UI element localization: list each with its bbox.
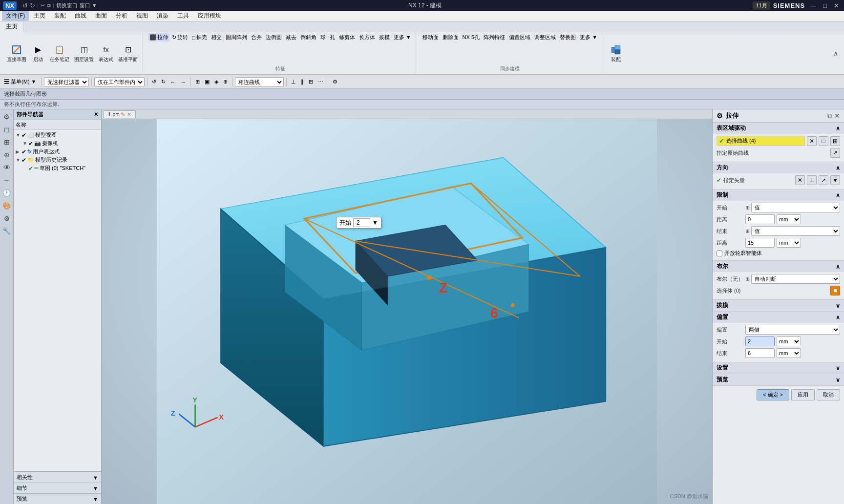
- rp-offset-start-unit-select[interactable]: mm: [777, 336, 801, 346]
- scope-select[interactable]: 仅在工作部件内: [94, 77, 145, 87]
- tree-model-views[interactable]: ▼ ✔ ⬜ 模型视图: [15, 131, 100, 139]
- tree-camera[interactable]: ▼ ✔ 📷 摄像机: [15, 139, 100, 147]
- ribbon-btn-datum[interactable]: ⊡ 基准平面: [116, 43, 140, 64]
- sidebar-icon-connect[interactable]: ⊗: [1, 213, 12, 224]
- sidebar-icon-tool[interactable]: 🔧: [1, 226, 12, 236]
- rp-offset-type-select[interactable]: 两侧: [745, 325, 840, 335]
- ribbon-btn-assembly[interactable]: 装配: [607, 43, 625, 64]
- titlebar-undo[interactable]: ↺: [22, 2, 28, 9]
- tb-extra4[interactable]: ⋯: [316, 78, 325, 86]
- nav-section-related[interactable]: 相关性 ▼: [14, 472, 101, 483]
- sidebar-icon-arrow[interactable]: →: [1, 175, 12, 186]
- ribbon-btn-direct-sketch[interactable]: 直接草图: [5, 43, 28, 64]
- rp-section-direction-header[interactable]: 方向 ∧: [713, 162, 844, 173]
- ribbon-btn-arrayFeature[interactable]: 阵列特征: [482, 33, 506, 42]
- viewport-tab-1prt[interactable]: 1.prt ✎ ✕: [104, 110, 136, 118]
- rp-cancel-button[interactable]: 取消: [817, 389, 840, 400]
- viewport[interactable]: 1.prt ✎ ✕: [102, 109, 712, 504]
- rp-close-icon[interactable]: ✕: [834, 112, 840, 120]
- sidebar-icon-measure[interactable]: ⊕: [1, 149, 12, 160]
- rp-vector-x-btn[interactable]: ✕: [795, 175, 805, 185]
- ribbon-tab-home[interactable]: 主页: [0, 21, 24, 32]
- ribbon-btn-expr[interactable]: fx 表达式: [97, 43, 115, 64]
- ribbon-btn-task[interactable]: 📋 任务笔记: [48, 43, 71, 64]
- ribbon-btn-block[interactable]: 长方体: [358, 33, 377, 42]
- ribbon-btn-unite[interactable]: 合并: [250, 33, 263, 42]
- rp-start-dist-unit-select[interactable]: mm: [777, 214, 801, 224]
- ribbon-btn-shell[interactable]: □ 抽壳: [190, 33, 209, 42]
- titlebar-switch[interactable]: 切换窗口: [56, 2, 78, 9]
- ribbon-btn-subtract[interactable]: 减去: [284, 33, 298, 42]
- titlebar-tool1[interactable]: ✂: [41, 2, 45, 9]
- rp-section-limit-header[interactable]: 限制 ∧: [713, 189, 844, 201]
- rp-section-settings-header[interactable]: 设置 ∨: [713, 362, 844, 374]
- rp-open-profile-input[interactable]: [717, 251, 722, 256]
- rp-vector-perp-btn[interactable]: ⊥: [807, 175, 817, 185]
- rp-section-draft-header[interactable]: 拔模 ∨: [713, 300, 844, 311]
- rp-vector-arrow-btn[interactable]: ↗: [819, 175, 828, 185]
- menu-curve[interactable]: 曲线: [71, 11, 90, 21]
- tb-next-btn[interactable]: →: [179, 78, 188, 86]
- rp-section-preview-header[interactable]: 预览 ∨: [713, 374, 844, 385]
- menu-file[interactable]: 文件(F): [2, 11, 29, 21]
- ribbon-btn-adjustRegion[interactable]: 调整区域: [533, 33, 557, 42]
- tb-back-btn[interactable]: ↺: [150, 78, 158, 86]
- snap-mode-select[interactable]: 相连曲线: [235, 77, 284, 87]
- menu-apps[interactable]: 应用模块: [194, 11, 225, 21]
- ribbon-btn-more-sync[interactable]: 更多 ▼: [578, 33, 599, 42]
- rp-start-dist-input[interactable]: [745, 214, 775, 224]
- ribbon-btn-layer[interactable]: ◫ 图层设置: [72, 43, 96, 64]
- filter-select[interactable]: 无选择过滤器: [44, 77, 89, 87]
- ribbon-btn-draft[interactable]: 拔模: [378, 33, 391, 42]
- menu-surface[interactable]: 曲面: [91, 11, 111, 21]
- tb-prev-btn[interactable]: ←: [169, 78, 178, 86]
- nav-section-detail[interactable]: 细节 ▼: [14, 483, 101, 493]
- nav-section-preview[interactable]: 预览 ▼: [14, 493, 101, 504]
- ribbon-btn-more-feature[interactable]: 更多 ▼: [392, 33, 413, 42]
- ribbon-btn-moveFace[interactable]: 移动面: [421, 33, 440, 42]
- rp-end-dist-unit-select[interactable]: mm: [777, 238, 801, 248]
- viewport-tab-close-icon[interactable]: ✕: [127, 111, 131, 118]
- tree-model-history[interactable]: ▼ ✔ 📁 模型历史记录: [15, 156, 100, 164]
- viewport-canvas[interactable]: Z 6 X Y Z 开始 ▼: [102, 119, 712, 504]
- rp-offset-end-unit-select[interactable]: mm: [777, 348, 801, 358]
- ribbon-btn-intersect[interactable]: 相交: [210, 33, 223, 42]
- rp-end-select[interactable]: 值: [751, 226, 840, 236]
- tb-forward-btn[interactable]: ↻: [159, 78, 168, 86]
- ribbon-btn-chamfer[interactable]: 倒斜角: [299, 33, 318, 42]
- tree-sketch[interactable]: ✔ ✏ 草图 (0) "SKETCH": [15, 164, 100, 172]
- ribbon-btn-revolve[interactable]: ↻ 旋转: [170, 33, 190, 42]
- menu-dropdown-btn[interactable]: ☰ 菜单(M) ▼: [2, 77, 39, 86]
- menu-view[interactable]: 视图: [132, 11, 152, 21]
- ribbon-btn-trimsolid[interactable]: 修剪体: [338, 33, 357, 42]
- rp-curve-select-btn[interactable]: □: [819, 136, 828, 146]
- rp-curve-clear-btn[interactable]: ✕: [807, 136, 817, 146]
- tb-filter-btn[interactable]: ▣: [203, 78, 211, 86]
- rp-section-surface-header[interactable]: 表区域驱动 ∧: [713, 123, 844, 134]
- rp-curve-add-btn[interactable]: ⊞: [830, 136, 840, 146]
- ribbon-expand-icon[interactable]: ∧: [833, 49, 838, 57]
- ribbon-btn-extrude[interactable]: ⬛ 拉伸: [148, 33, 169, 42]
- tree-user-expr[interactable]: ▶ ✔ fx 用户表达式: [15, 147, 100, 156]
- ribbon-btn-deleteFace[interactable]: 删除面: [441, 33, 460, 42]
- rp-original-curve-btn[interactable]: ↗: [830, 148, 840, 158]
- rp-section-offset-header[interactable]: 偏置 ∧: [713, 312, 844, 323]
- part-navigator-close-icon[interactable]: ✕: [94, 111, 98, 118]
- menu-render[interactable]: 渲染: [153, 11, 172, 21]
- ribbon-btn-replaceface[interactable]: 替换图: [558, 33, 577, 42]
- ribbon-btn-offsetRegion[interactable]: 偏置区域: [507, 33, 532, 42]
- tb-settings-btn[interactable]: ⚙: [331, 78, 339, 86]
- ribbon-btn-edgeblend[interactable]: 边倒圆: [264, 33, 283, 42]
- ribbon-btn-hole[interactable]: 孔: [328, 33, 337, 42]
- rp-restore-icon[interactable]: ⧉: [827, 112, 832, 120]
- tb-extra1[interactable]: ⊥: [289, 78, 298, 86]
- rp-end-dist-input[interactable]: [745, 238, 775, 248]
- rp-bool-select[interactable]: 自动判断: [751, 274, 840, 284]
- tb-zoom-btn[interactable]: ⊕: [221, 78, 230, 86]
- menu-tools[interactable]: 工具: [173, 11, 193, 21]
- sidebar-icon-clock[interactable]: 🕐: [1, 188, 12, 198]
- titlebar-redo[interactable]: ↻: [30, 2, 35, 9]
- win-max-button[interactable]: □: [821, 2, 829, 9]
- rp-vector-down-btn[interactable]: ▼: [830, 175, 840, 185]
- tb-view-btn[interactable]: ◈: [212, 78, 220, 86]
